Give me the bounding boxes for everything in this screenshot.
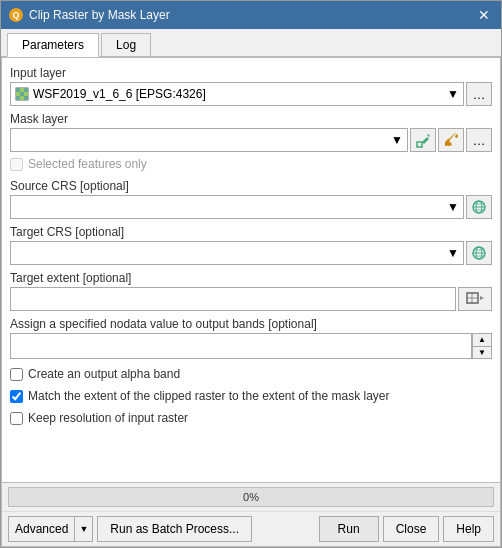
nodata-spinbox: ▲ ▼	[472, 333, 492, 359]
input-layer-label: Input layer	[10, 66, 492, 80]
source-crs-label: Source CRS [optional]	[10, 179, 492, 193]
close-window-button[interactable]: ✕	[475, 6, 493, 24]
selected-features-checkbox[interactable]	[10, 158, 23, 171]
input-layer-row: WSF2019_v1_6_6 [EPSG:4326] ▼ …	[10, 82, 492, 106]
mask-layer-edit-button[interactable]	[410, 128, 436, 152]
tab-parameters[interactable]: Parameters	[7, 33, 99, 57]
progress-label: 0%	[243, 491, 259, 503]
target-extent-row: Not set	[10, 287, 492, 311]
mask-layer-dropdown-arrow: ▼	[391, 133, 403, 147]
progress-bar-container: 0%	[8, 487, 494, 507]
match-extent-row: Match the extent of the clipped raster t…	[10, 387, 492, 405]
svg-rect-2	[20, 88, 24, 92]
alpha-band-label: Create an output alpha band	[28, 367, 180, 381]
mask-layer-group: Mask layer ▼	[10, 112, 492, 173]
source-crs-group: Source CRS [optional] ▼	[10, 179, 492, 219]
progress-area: 0%	[2, 482, 500, 511]
svg-rect-1	[16, 88, 20, 92]
target-extent-input[interactable]: Not set	[10, 287, 456, 311]
nodata-group: Assign a specified nodata value to outpu…	[10, 317, 492, 359]
svg-rect-5	[20, 92, 24, 96]
globe-icon	[471, 199, 487, 215]
window-title: Clip Raster by Mask Layer	[29, 8, 170, 22]
bottom-bar: Advanced ▼ Run as Batch Process... Run C…	[2, 511, 500, 546]
title-bar: Q Clip Raster by Mask Layer ✕	[1, 1, 501, 29]
mask-layer-label: Mask layer	[10, 112, 492, 126]
svg-rect-3	[24, 88, 28, 92]
alpha-band-row: Create an output alpha band	[10, 365, 492, 383]
match-extent-label: Match the extent of the clipped raster t…	[28, 389, 390, 403]
target-extent-button[interactable]	[458, 287, 492, 311]
main-window: Q Clip Raster by Mask Layer ✕ Parameters…	[0, 0, 502, 548]
tab-log[interactable]: Log	[101, 33, 151, 56]
title-bar-left: Q Clip Raster by Mask Layer	[9, 8, 170, 22]
svg-rect-9	[24, 96, 28, 100]
mask-layer-combo[interactable]: ▼	[10, 128, 408, 152]
svg-rect-4	[16, 92, 20, 96]
source-crs-row: ▼	[10, 195, 492, 219]
selected-features-label: Selected features only	[28, 157, 147, 171]
svg-rect-10	[417, 142, 422, 147]
input-layer-browse-button[interactable]: …	[466, 82, 492, 106]
input-layer-group: Input layer	[10, 66, 492, 106]
target-extent-group: Target extent [optional] Not set	[10, 271, 492, 311]
advanced-button-group: Advanced ▼	[8, 516, 93, 542]
target-crs-globe-button[interactable]	[466, 241, 492, 265]
alpha-band-checkbox[interactable]	[10, 368, 23, 381]
raster-layer-icon	[15, 87, 29, 101]
nodata-label: Assign a specified nodata value to outpu…	[10, 317, 492, 331]
target-extent-label: Target extent [optional]	[10, 271, 492, 285]
nodata-row: Not set ▲ ▼	[10, 333, 492, 359]
tab-bar: Parameters Log	[1, 29, 501, 57]
app-icon: Q	[9, 8, 23, 22]
input-layer-dropdown-arrow: ▼	[447, 87, 459, 101]
wrench-icon	[444, 133, 458, 147]
keep-resolution-row: Keep resolution of input raster	[10, 409, 492, 427]
advanced-dropdown-arrow[interactable]: ▼	[75, 517, 92, 541]
source-crs-dropdown-arrow: ▼	[447, 200, 459, 214]
globe-icon-2	[471, 245, 487, 261]
input-layer-combo[interactable]: WSF2019_v1_6_6 [EPSG:4326] ▼	[10, 82, 464, 106]
mask-layer-settings-button[interactable]	[438, 128, 464, 152]
source-crs-globe-button[interactable]	[466, 195, 492, 219]
selected-features-row: Selected features only	[10, 155, 492, 173]
target-crs-row: ▼	[10, 241, 492, 265]
keep-resolution-checkbox[interactable]	[10, 412, 23, 425]
input-layer-value: WSF2019_v1_6_6 [EPSG:4326]	[33, 87, 206, 101]
source-crs-combo[interactable]: ▼	[10, 195, 464, 219]
svg-marker-11	[422, 137, 429, 144]
main-content: Input layer	[1, 57, 501, 547]
edit-icon	[415, 132, 431, 148]
svg-rect-7	[16, 96, 20, 100]
target-crs-dropdown-arrow: ▼	[447, 246, 459, 260]
run-as-batch-button[interactable]: Run as Batch Process...	[97, 516, 252, 542]
extent-icon	[466, 292, 484, 306]
nodata-spin-up-button[interactable]: ▲	[473, 334, 491, 347]
close-button[interactable]: Close	[383, 516, 440, 542]
target-crs-group: Target CRS [optional] ▼	[10, 225, 492, 265]
run-button[interactable]: Run	[319, 516, 379, 542]
svg-marker-12	[427, 134, 430, 137]
svg-rect-8	[20, 96, 24, 100]
scroll-area[interactable]: Input layer	[2, 58, 500, 482]
match-extent-checkbox[interactable]	[10, 390, 23, 403]
target-crs-label: Target CRS [optional]	[10, 225, 492, 239]
mask-layer-row: ▼	[10, 128, 492, 152]
nodata-input[interactable]: Not set	[10, 333, 472, 359]
help-button[interactable]: Help	[443, 516, 494, 542]
keep-resolution-label: Keep resolution of input raster	[28, 411, 188, 425]
svg-marker-26	[480, 296, 484, 300]
target-crs-combo[interactable]: ▼	[10, 241, 464, 265]
nodata-spin-down-button[interactable]: ▼	[473, 347, 491, 359]
svg-rect-6	[24, 92, 28, 96]
advanced-button[interactable]: Advanced	[9, 517, 75, 541]
mask-layer-browse-button[interactable]: …	[466, 128, 492, 152]
